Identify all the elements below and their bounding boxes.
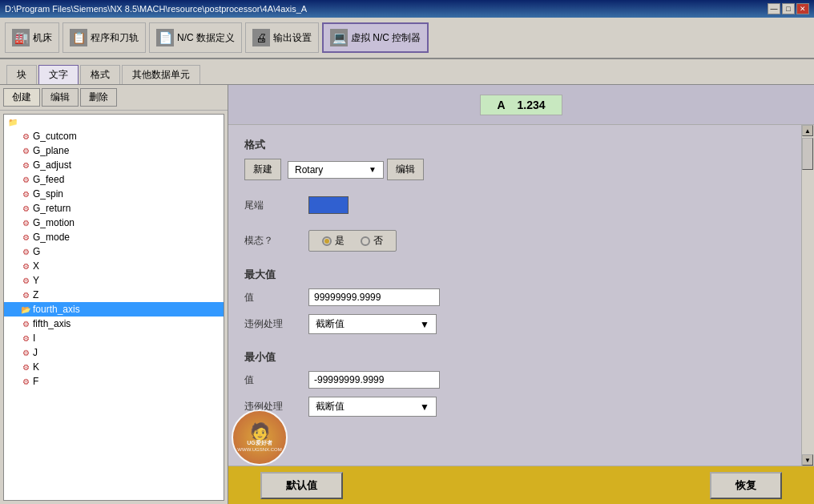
select-arrow-icon-2: ▼	[420, 401, 429, 413]
max-section: 最大值 值 违例处理 截断值 ▼	[244, 268, 790, 334]
tab-text[interactable]: 文字	[38, 65, 79, 84]
watermark: 🧑 UG爱好者 WWW.UGSNX.COM	[232, 409, 288, 466]
edit-button[interactable]: 编辑	[42, 88, 79, 107]
min-value-input[interactable]	[308, 371, 440, 389]
watermark-brand: UG爱好者	[247, 439, 272, 447]
modal-yes-radio[interactable]: 是	[322, 234, 345, 248]
modal-radio-group: 是 否	[308, 230, 397, 252]
tree-item-fifth_axis[interactable]: ⚙ fifth_axis	[4, 317, 224, 331]
tree-item-G[interactable]: ⚙ G	[4, 244, 224, 259]
delete-button[interactable]: 删除	[80, 88, 117, 107]
window-controls: — □ ✕	[768, 3, 809, 14]
toolbar-nc-data[interactable]: 📄 N/C 数据定义	[149, 22, 242, 53]
preview-area: A 1.234	[228, 85, 814, 125]
tree-item-J[interactable]: ⚙ J	[4, 345, 224, 360]
title-text: D:\Program Files\Siemens\NX 8.5\MACH\res…	[5, 4, 768, 14]
dropdown-arrow-icon: ▼	[369, 165, 377, 174]
item-icon: ⚙	[20, 188, 31, 200]
item-icon: ⚙	[20, 145, 31, 156]
max-exception-row: 违例处理 截断值 ▼	[244, 314, 790, 334]
tree-item-G_motion[interactable]: ⚙ G_motion	[4, 216, 224, 230]
restore-button[interactable]: 恢复	[710, 472, 782, 499]
content-area: 创建 编辑 删除 📁 ⚙ G_cutcom ⚙ G_plane ⚙ G_adju…	[0, 85, 814, 504]
tree-item-G_adjust[interactable]: ⚙ G_adjust	[4, 158, 224, 172]
minimize-button[interactable]: —	[768, 3, 780, 14]
default-button[interactable]: 默认值	[260, 472, 343, 499]
item-icon: ⚙	[20, 318, 31, 329]
item-icon: ⚙	[20, 361, 31, 373]
tree-item-G_plane[interactable]: ⚙ G_plane	[4, 143, 224, 158]
tree-item-F[interactable]: ⚙ F	[4, 374, 224, 389]
tree-item-fourth_axis[interactable]: 📂 fourth_axis	[4, 302, 224, 317]
toolbar-machine[interactable]: 🏭 机床	[5, 22, 59, 53]
tree-item-G_cutcom[interactable]: ⚙ G_cutcom	[4, 129, 224, 143]
right-panel: A 1.234 格式 新建 Rotary ▼ 编辑	[228, 85, 814, 504]
folder-open-icon: 📂	[20, 304, 31, 315]
modal-label: 模态？	[244, 234, 308, 248]
tab-other[interactable]: 其他数据单元	[122, 65, 200, 84]
min-exception-select[interactable]: 截断值 ▼	[308, 397, 437, 417]
item-icon: ⚙	[20, 217, 31, 228]
close-button[interactable]: ✕	[796, 3, 809, 14]
modal-section: 模态？ 是 否	[244, 230, 790, 252]
min-title: 最小值	[244, 350, 790, 365]
no-radio-dot[interactable]	[361, 236, 370, 246]
max-exception-label: 违例处理	[244, 317, 308, 331]
item-icon: ⚙	[20, 260, 31, 272]
title-bar: D:\Program Files\Siemens\NX 8.5\MACH\res…	[0, 0, 814, 18]
toolbar-output[interactable]: 🖨 输出设置	[245, 22, 319, 53]
format-section: 格式 新建 Rotary ▼ 编辑	[244, 138, 790, 180]
scroll-down-btn[interactable]: ▼	[802, 454, 813, 466]
scroll-up-btn[interactable]: ▲	[802, 125, 813, 136]
tail-section: 尾端	[244, 196, 790, 214]
folder-icon: 📁	[7, 116, 18, 127]
item-icon: ⚙	[20, 174, 31, 185]
right-scrollbar[interactable]: ▲ ▼	[801, 125, 814, 466]
tail-color-box[interactable]	[308, 196, 349, 214]
format-title: 格式	[244, 138, 790, 152]
tree-item-K[interactable]: ⚙ K	[4, 360, 224, 374]
tree-item-G_return[interactable]: ⚙ G_return	[4, 201, 224, 216]
new-format-button[interactable]: 新建	[244, 159, 281, 180]
tree-item-Y[interactable]: ⚙ Y	[4, 273, 224, 288]
item-icon: ⚙	[20, 289, 31, 300]
item-icon: ⚙	[20, 275, 31, 286]
min-exception-row: 违例处理 截断值 ▼	[244, 397, 790, 417]
tail-label: 尾端	[244, 199, 308, 212]
item-icon: ⚙	[20, 131, 31, 142]
virtual-nc-icon: 💻	[330, 29, 348, 46]
watermark-figure: 🧑	[250, 423, 270, 439]
item-icon: ⚙	[20, 159, 31, 171]
yes-radio-dot[interactable]	[322, 236, 332, 246]
maximize-button[interactable]: □	[782, 3, 795, 14]
tree-item-G_feed[interactable]: ⚙ G_feed	[4, 172, 224, 187]
max-value-input[interactable]	[308, 288, 440, 306]
item-icon: ⚙	[20, 246, 31, 257]
tree-item-I[interactable]: ⚙ I	[4, 331, 224, 345]
output-icon: 🖨	[252, 29, 270, 46]
tree-root[interactable]: 📁	[4, 115, 224, 129]
tree-item-G_mode[interactable]: ⚙ G_mode	[4, 230, 224, 244]
watermark-badge: 🧑 UG爱好者 WWW.UGSNX.COM	[232, 409, 288, 466]
modal-no-radio[interactable]: 否	[361, 234, 383, 248]
toolbar-virtual-nc[interactable]: 💻 虚拟 N/C 控制器	[322, 22, 429, 53]
max-exception-select[interactable]: 截断值 ▼	[308, 314, 437, 334]
sub-toolbar: 块 文字 格式 其他数据单元	[0, 59, 814, 85]
tree-container[interactable]: 📁 ⚙ G_cutcom ⚙ G_plane ⚙ G_adjust ⚙ G_fe…	[3, 114, 224, 501]
toolbar-program[interactable]: 📋 程序和刀轨	[62, 22, 146, 53]
tree-item-G_spin[interactable]: ⚙ G_spin	[4, 187, 224, 201]
tab-block[interactable]: 块	[6, 65, 37, 84]
bottom-bar: 默认值 恢复	[228, 466, 814, 504]
item-icon: ⚙	[20, 333, 31, 344]
tab-format[interactable]: 格式	[80, 65, 120, 84]
machine-icon: 🏭	[12, 29, 30, 46]
edit-format-button[interactable]: 编辑	[387, 159, 424, 180]
tree-item-Z[interactable]: ⚙ Z	[4, 288, 224, 302]
min-value-label: 值	[244, 373, 308, 387]
tree-item-X[interactable]: ⚙ X	[4, 259, 224, 273]
format-dropdown[interactable]: Rotary ▼	[288, 161, 384, 179]
form-scroll[interactable]: 格式 新建 Rotary ▼ 编辑 尾端	[228, 125, 814, 466]
left-panel: 创建 编辑 删除 📁 ⚙ G_cutcom ⚙ G_plane ⚙ G_adju…	[0, 85, 228, 504]
scroll-thumb[interactable]	[802, 138, 813, 170]
create-button[interactable]: 创建	[3, 88, 40, 107]
